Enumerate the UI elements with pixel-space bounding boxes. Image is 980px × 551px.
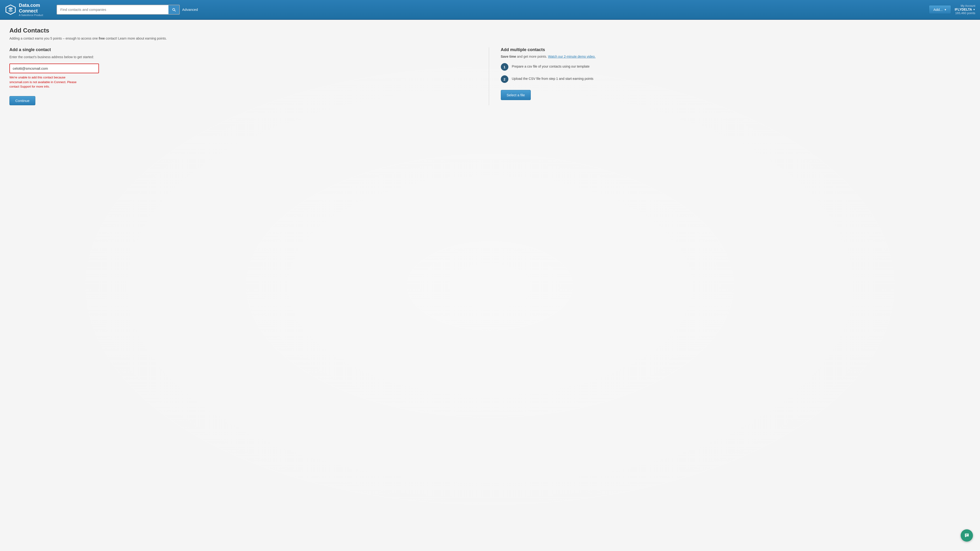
error-message: We're unable to add this contact because… (10, 75, 99, 89)
email-input-wrapper (10, 64, 99, 73)
logo-text: Data.comConnect A Salesforce Product (19, 2, 43, 17)
single-contact-section: Add a single contact Enter the contact's… (10, 47, 489, 105)
continue-button[interactable]: Continue (10, 96, 35, 105)
two-columns-layout: Add a single contact Enter the contact's… (10, 47, 970, 105)
header-right: Add... ▼ My Account IFLYDELTA ▼ 165,460 … (929, 4, 975, 15)
search-button[interactable] (169, 5, 179, 14)
select-file-button[interactable]: Select a file (501, 90, 531, 100)
add-button-caret: ▼ (944, 8, 947, 11)
advanced-link[interactable]: Advanced (182, 8, 198, 11)
step-1-badge: 1 (501, 63, 508, 71)
datacom-logo-icon (5, 4, 16, 16)
account-points: 165,460 points (955, 11, 975, 15)
single-contact-title: Add a single contact (10, 47, 479, 52)
logo-area: Data.comConnect A Salesforce Product (5, 2, 52, 17)
step-2-item: 2 Upload the CSV file from step 1 and st… (501, 75, 971, 83)
account-label: My Account (955, 4, 975, 8)
chat-icon (964, 533, 970, 538)
account-area: My Account IFLYDELTA ▼ 165,460 points (955, 4, 975, 15)
step-1-item: 1 Prepare a csv file of your contacts us… (501, 63, 971, 71)
logo-brand: Data.comConnect (19, 2, 43, 14)
add-button[interactable]: Add... ▼ (929, 5, 951, 14)
step-2-text: Upload the CSV file from step 1 and star… (512, 75, 593, 81)
email-input[interactable] (10, 64, 99, 73)
multiple-contacts-section: Add multiple contacts Save time and get … (489, 47, 971, 105)
demo-video-link[interactable]: Watch our 2-minute demo video. (548, 55, 595, 59)
search-input[interactable] (57, 5, 169, 14)
step-1-text: Prepare a csv file of your contacts usin… (512, 63, 590, 68)
search-wrapper (57, 5, 180, 14)
chat-bubble[interactable] (961, 529, 973, 541)
add-button-label: Add... (933, 8, 943, 11)
page-subtitle: Adding a contact earns you 5 points – en… (10, 37, 970, 40)
main-header: Data.comConnect A Salesforce Product Adv… (0, 0, 980, 20)
step-2-badge: 2 (501, 75, 508, 83)
account-username[interactable]: IFLYDELTA ▼ (955, 8, 975, 11)
search-area: Advanced (57, 5, 198, 14)
dropdown-caret-icon: ▼ (973, 8, 975, 11)
search-icon (172, 8, 176, 12)
multiple-contacts-desc: Save time and get more points. Watch our… (501, 55, 971, 59)
logo-tagline: A Salesforce Product (19, 14, 43, 17)
single-contact-desc: Enter the contact's business address bel… (10, 55, 479, 59)
multiple-contacts-title: Add multiple contacts (501, 47, 971, 52)
page-title: Add Contacts (10, 27, 970, 34)
main-content: Add Contacts Adding a contact earns you … (0, 20, 980, 551)
